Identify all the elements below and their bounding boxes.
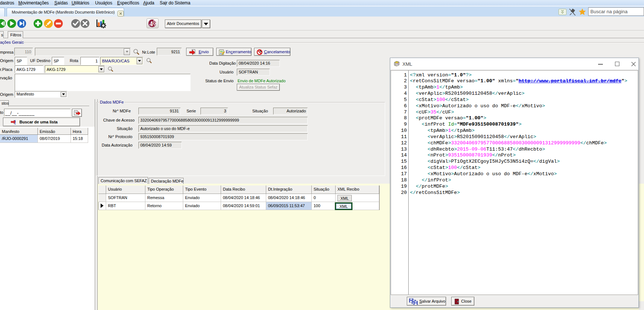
svg-text:4: 4 (149, 20, 153, 28)
